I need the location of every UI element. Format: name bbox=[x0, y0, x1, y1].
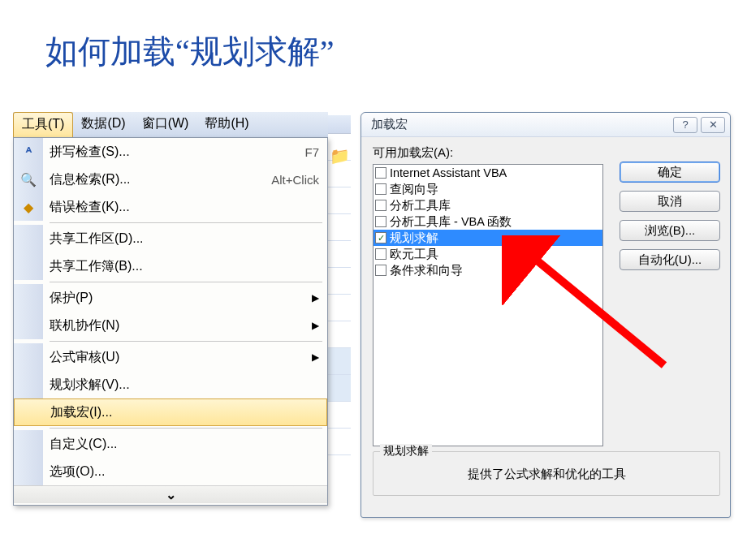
addin-detail-group: 规划求解 提供了公式求解和优化的工具 bbox=[373, 451, 720, 496]
checkbox[interactable] bbox=[375, 216, 386, 227]
menu-separator bbox=[50, 341, 322, 342]
checkbox[interactable] bbox=[375, 265, 386, 276]
checkbox[interactable] bbox=[375, 167, 386, 179]
addin-item[interactable]: 条件求和向导 bbox=[374, 262, 602, 278]
research-icon: 🔍 bbox=[20, 172, 37, 187]
dialog-title: 加载宏 bbox=[371, 117, 670, 132]
addin-item[interactable]: 欧元工具 bbox=[374, 246, 602, 262]
addin-item[interactable]: 分析工具库 - VBA 函数 bbox=[374, 213, 602, 230]
menu-item-share-workspace[interactable]: 共享工作区(D)... bbox=[14, 225, 327, 252]
dialog-close-button[interactable]: ✕ bbox=[701, 117, 725, 133]
menu-item-label: 联机协作(N) bbox=[50, 317, 312, 334]
menu-data[interactable]: 数据(D) bbox=[73, 112, 133, 138]
menubar: 工具(T) 数据(D) 窗口(W) 帮助(H) bbox=[13, 112, 328, 139]
menu-item-share-workbook[interactable]: 共享工作簿(B)... bbox=[14, 252, 327, 280]
submenu-arrow-icon: ▶ bbox=[312, 351, 319, 363]
addin-label: 查阅向导 bbox=[390, 182, 438, 197]
addin-label: 规划求解 bbox=[390, 230, 438, 246]
addin-item[interactable]: Internet Assistant VBA bbox=[374, 165, 602, 181]
menu-item-options[interactable]: 选项(O)... bbox=[14, 458, 327, 485]
menu-item-label: 信息检索(R)... bbox=[50, 171, 271, 188]
cancel-button[interactable]: 取消 bbox=[620, 191, 720, 212]
close-icon: ✕ bbox=[709, 118, 718, 131]
menu-expand-button[interactable]: ⌄ bbox=[14, 485, 327, 503]
addin-detail-title: 规划求解 bbox=[380, 444, 432, 459]
menu-help[interactable]: 帮助(H) bbox=[196, 112, 257, 138]
errorcheck-icon: ◆ bbox=[24, 200, 33, 215]
menu-separator bbox=[50, 282, 322, 282]
menu-help-label: 帮助(H) bbox=[205, 116, 248, 130]
addin-label: Internet Assistant VBA bbox=[390, 166, 507, 179]
menu-item-label: 加载宏(I)... bbox=[50, 404, 318, 421]
addin-label: 分析工具库 - VBA 函数 bbox=[390, 214, 512, 230]
page-title: 如何加载“规划求解” bbox=[45, 29, 335, 74]
menu-item-label: 公式审核(U) bbox=[50, 349, 312, 366]
checkbox-checked[interactable]: ✓ bbox=[375, 232, 386, 243]
automation-button[interactable]: 自动化(U)... bbox=[620, 249, 720, 270]
checkbox[interactable] bbox=[375, 200, 386, 211]
menu-item-spellcheck[interactable]: ᴬ 拼写检查(S)... F7 bbox=[14, 138, 327, 166]
menu-item-label: 共享工作区(D)... bbox=[50, 230, 319, 248]
tools-dropdown: ᴬ 拼写检查(S)... F7 🔍 信息检索(R)... Alt+Click ◆… bbox=[13, 137, 328, 506]
chevron-down-icon: ⌄ bbox=[166, 487, 176, 502]
menu-item-label: 自定义(C)... bbox=[50, 436, 319, 453]
dialog-titlebar[interactable]: 加载宏 ? ✕ bbox=[361, 113, 730, 137]
cancel-button-label: 取消 bbox=[658, 194, 682, 209]
menu-item-protection[interactable]: 保护(P) ▶ bbox=[14, 284, 327, 312]
menu-item-label: 错误检查(K)... bbox=[50, 199, 319, 216]
menu-item-addins[interactable]: 加载宏(I)... bbox=[14, 398, 327, 426]
menu-window[interactable]: 窗口(W) bbox=[134, 112, 197, 138]
menu-data-label: 数据(D) bbox=[81, 116, 125, 130]
browse-button[interactable]: 浏览(B)... bbox=[620, 220, 720, 241]
menu-item-label: 规划求解(V)... bbox=[50, 377, 319, 394]
menu-item-label: 保护(P) bbox=[50, 290, 312, 307]
submenu-arrow-icon: ▶ bbox=[312, 292, 319, 304]
menu-item-formula-audit[interactable]: 公式审核(U) ▶ bbox=[14, 343, 327, 371]
spellcheck-icon: ᴬ bbox=[26, 144, 32, 160]
worksheet-background bbox=[328, 134, 351, 540]
menu-item-errorcheck[interactable]: ◆ 错误检查(K)... bbox=[14, 193, 327, 221]
menu-item-customize[interactable]: 自定义(C)... bbox=[14, 430, 327, 458]
addin-label: 条件求和向导 bbox=[390, 263, 463, 278]
ok-button-label: 确定 bbox=[658, 165, 682, 180]
checkbox[interactable] bbox=[375, 183, 386, 195]
addin-detail-description: 提供了公式求解和优化的工具 bbox=[380, 467, 713, 482]
menu-tools-label: 工具(T) bbox=[22, 117, 64, 131]
menu-item-shortcut: F7 bbox=[304, 145, 319, 159]
menu-item-collab[interactable]: 联机协作(N) ▶ bbox=[14, 312, 327, 339]
addin-item-solver[interactable]: ✓ 规划求解 bbox=[374, 230, 602, 246]
addins-listbox[interactable]: Internet Assistant VBA 查阅向导 分析工具库 分析工具库 … bbox=[373, 164, 603, 446]
menu-item-research[interactable]: 🔍 信息检索(R)... Alt+Click bbox=[14, 166, 327, 193]
menu-item-label: 共享工作簿(B)... bbox=[50, 258, 319, 275]
submenu-arrow-icon: ▶ bbox=[312, 320, 319, 331]
menu-item-label: 选项(O)... bbox=[50, 463, 319, 480]
addin-item[interactable]: 查阅向导 bbox=[374, 181, 602, 197]
menu-item-label: 拼写检查(S)... bbox=[50, 144, 304, 161]
menu-item-shortcut: Alt+Click bbox=[271, 173, 319, 187]
menu-tools[interactable]: 工具(T) bbox=[13, 112, 73, 138]
toolbar-peek bbox=[328, 115, 351, 134]
addins-dialog: 加载宏 ? ✕ 可用加载宏(A): Internet Assistant VBA… bbox=[361, 112, 731, 518]
automation-button-label: 自动化(U)... bbox=[638, 252, 702, 268]
toolbar-folder-icon: 📁 bbox=[330, 146, 350, 166]
available-addins-label: 可用加载宏(A): bbox=[373, 145, 611, 161]
menu-separator bbox=[50, 428, 322, 429]
checkbox[interactable] bbox=[375, 248, 386, 260]
addin-item[interactable]: 分析工具库 bbox=[374, 197, 602, 213]
browse-button-label: 浏览(B)... bbox=[645, 223, 696, 239]
addin-label: 分析工具库 bbox=[390, 198, 451, 213]
menu-item-solver[interactable]: 规划求解(V)... bbox=[14, 371, 327, 398]
help-icon: ? bbox=[682, 118, 688, 131]
addin-label: 欧元工具 bbox=[390, 247, 438, 262]
menu-separator bbox=[50, 222, 322, 223]
dialog-help-button[interactable]: ? bbox=[673, 117, 697, 133]
menu-window-label: 窗口(W) bbox=[142, 116, 189, 130]
ok-button[interactable]: 确定 bbox=[620, 162, 720, 183]
